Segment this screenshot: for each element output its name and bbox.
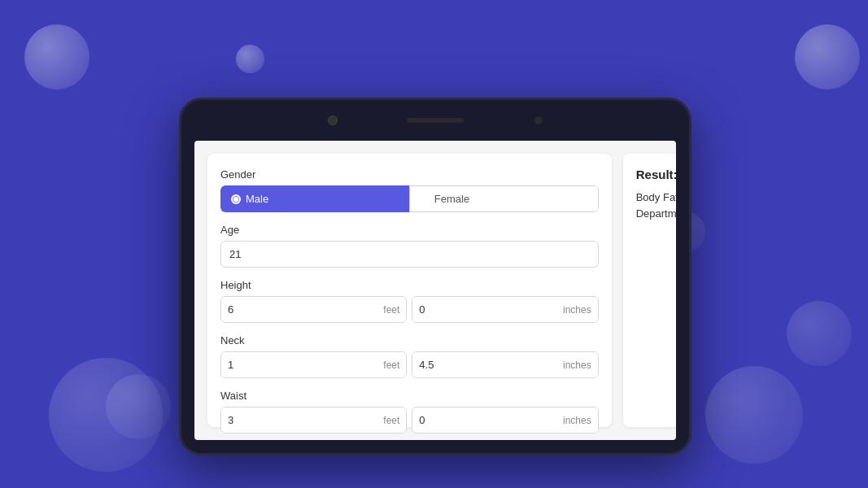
neck-feet-input[interactable] <box>221 352 377 377</box>
gender-female-option[interactable]: Female <box>409 185 599 212</box>
waist-feet-input[interactable] <box>221 407 377 433</box>
decorative-sphere-br <box>705 366 803 464</box>
front-camera-icon <box>534 116 543 124</box>
decorative-sphere-bl2 <box>106 374 171 439</box>
height-measure-row: feet inches <box>220 296 599 323</box>
gender-toggle: Male Female <box>220 185 599 212</box>
decorative-sphere-br2 <box>787 301 852 366</box>
height-feet-input[interactable] <box>221 297 377 322</box>
neck-inches-unit: inches <box>556 353 598 377</box>
gender-male-label: Male <box>246 193 268 205</box>
waist-measure-row: feet inches <box>220 407 599 434</box>
waist-inches-unit: inches <box>556 408 598 433</box>
waist-label: Waist <box>220 390 599 402</box>
tablet-top-bar <box>181 100 689 141</box>
age-label: Age <box>220 224 599 236</box>
decorative-sphere-bl <box>49 358 163 472</box>
height-feet-unit: feet <box>377 298 406 322</box>
gender-female-label: Female <box>434 193 469 205</box>
height-feet-wrap: feet <box>220 296 407 323</box>
waist-inches-wrap: inches <box>412 407 598 434</box>
decorative-sphere-tr <box>795 24 860 89</box>
waist-feet-unit: feet <box>377 408 406 433</box>
height-inches-wrap: inches <box>412 296 598 323</box>
height-label: Height <box>220 279 599 291</box>
neck-measure-row: feet inches <box>220 351 599 378</box>
age-input[interactable] <box>220 241 599 268</box>
radio-male-icon <box>231 194 241 204</box>
gender-field-group: Gender Male Female <box>220 168 599 212</box>
neck-inches-input[interactable] <box>412 352 556 377</box>
height-inches-input[interactable] <box>412 297 556 322</box>
form-panel: Gender Male Female Age <box>207 154 612 427</box>
result-header: Result: <box>636 167 676 181</box>
neck-feet-unit: feet <box>377 353 406 377</box>
radio-female-icon <box>420 194 430 204</box>
tablet-screen: Gender Male Female Age <box>194 141 676 440</box>
result-title: Result: <box>636 168 676 181</box>
neck-field-group: Neck feet inches <box>220 334 599 378</box>
height-field-group: Height feet inches <box>220 279 599 323</box>
height-inches-unit: inches <box>556 298 598 322</box>
result-panel: Result: Body Fat = 18% You meet the Depa… <box>623 154 676 427</box>
tablet-device: Gender Male Female Age <box>179 98 691 455</box>
speaker <box>407 118 464 123</box>
age-field-group: Age <box>220 224 599 268</box>
decorative-sphere-tl <box>24 24 89 89</box>
camera-icon <box>328 115 338 125</box>
gender-male-option[interactable]: Male <box>220 185 409 212</box>
waist-inches-input[interactable] <box>412 407 556 433</box>
result-text: Body Fat = 18% You meet the Department o… <box>636 190 676 221</box>
neck-feet-wrap: feet <box>220 351 407 378</box>
gender-label: Gender <box>220 168 599 181</box>
waist-feet-wrap: feet <box>220 407 407 434</box>
decorative-sphere-sm <box>236 45 264 73</box>
neck-inches-wrap: inches <box>412 351 598 378</box>
neck-label: Neck <box>220 334 599 346</box>
waist-field-group: Waist feet inches <box>220 390 599 434</box>
